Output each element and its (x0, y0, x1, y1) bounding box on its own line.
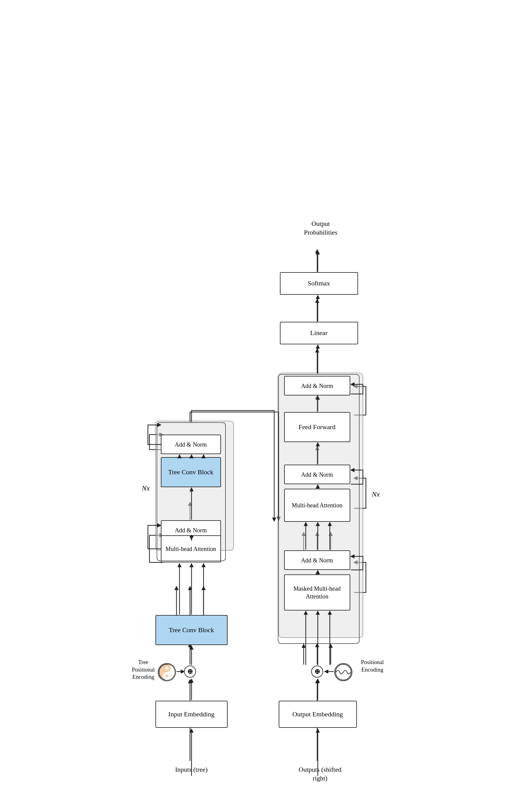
svg-marker-51 (315, 395, 319, 399)
svg-marker-38 (353, 560, 358, 565)
svg-marker-91 (272, 517, 276, 522)
svg-marker-115 (316, 442, 320, 446)
svg-marker-99 (304, 610, 308, 615)
svg-marker-118 (350, 382, 354, 386)
svg-marker-124 (316, 250, 320, 255)
multi-head-attention-left: Multi-head Attention (161, 535, 221, 563)
feed-forward-block: Feed Forward (284, 412, 350, 442)
svg-marker-47 (353, 476, 358, 480)
svg-marker-72 (190, 645, 194, 650)
plus-circle-right: ⊕ (311, 666, 323, 678)
svg-marker-44 (329, 532, 333, 536)
tree-positional-encoding-circle (158, 663, 176, 681)
add-norm-top-right: Add & Norm (284, 376, 350, 396)
svg-marker-104 (350, 554, 354, 559)
masked-mha-block: Masked Multi-head Attention (284, 574, 350, 610)
diagram-container: Inputs (tree) Input Embedding ⊕ Tree Pos… (125, 45, 384, 767)
connection-lines (125, 45, 384, 767)
inputs-tree-label: Inputs (tree) (170, 766, 212, 774)
add-norm-mid-right: Add & Norm (284, 465, 350, 484)
svg-marker-24 (277, 517, 281, 521)
svg-marker-7 (174, 586, 178, 590)
output-embedding-block: Output Embedding (279, 701, 357, 728)
svg-marker-97 (316, 610, 320, 615)
svg-marker-128 (324, 670, 328, 674)
svg-marker-40 (302, 532, 306, 536)
svg-marker-95 (316, 678, 320, 683)
nx-label-left: Nx (142, 484, 150, 492)
multi-head-attention-right: Multi-head Attention (284, 489, 350, 522)
svg-marker-122 (316, 295, 320, 299)
svg-marker-112 (316, 484, 320, 488)
svg-marker-54 (315, 348, 319, 352)
svg-marker-117 (316, 396, 320, 400)
tree-positional-encoding-label: Tree Positional Encoding (128, 658, 159, 681)
positional-encoding-label: Positional Encoding (354, 658, 391, 673)
add-norm-bottom-right: Add & Norm (284, 550, 350, 570)
svg-marker-78 (201, 563, 206, 567)
svg-marker-103 (316, 570, 320, 574)
positional-encoding-circle (334, 663, 352, 681)
svg-marker-28 (315, 679, 319, 683)
svg-marker-16 (188, 502, 192, 506)
svg-marker-9 (188, 586, 192, 590)
svg-marker-101 (328, 610, 332, 615)
svg-marker-68 (190, 729, 194, 733)
svg-marker-58 (315, 249, 319, 253)
linear-block: Linear (280, 322, 358, 344)
outputs-shifted-right-label: Outputs (shifted right) (296, 766, 344, 782)
svg-marker-11 (201, 586, 206, 590)
svg-marker-113 (350, 468, 354, 472)
svg-marker-56 (315, 299, 319, 303)
svg-marker-74 (177, 563, 181, 567)
svg-marker-93 (316, 729, 320, 733)
input-embedding-block: Input Embedding (156, 701, 228, 728)
svg-marker-70 (190, 678, 194, 683)
svg-marker-35 (329, 644, 333, 648)
svg-marker-83 (190, 487, 194, 492)
svg-marker-52 (353, 384, 358, 388)
plus-circle-left: ⊕ (184, 666, 196, 678)
svg-point-62 (165, 667, 168, 670)
nx-label-right: Nx (372, 490, 380, 498)
connection-lines-2 (125, 45, 384, 767)
svg-marker-33 (302, 644, 306, 648)
svg-marker-106 (304, 522, 308, 526)
svg-marker-3 (188, 679, 192, 683)
svg-marker-42 (315, 532, 319, 536)
svg-marker-76 (190, 563, 194, 567)
svg-marker-108 (316, 522, 320, 526)
svg-marker-120 (316, 344, 320, 348)
tree-conv-block-outer: Tree Conv Block (156, 615, 228, 645)
svg-marker-110 (328, 522, 332, 526)
tree-conv-block-inner: Tree Conv Block (161, 457, 221, 487)
svg-point-63 (165, 675, 168, 678)
add-norm-top-left: Add & Norm (161, 435, 221, 454)
svg-marker-90 (157, 423, 162, 427)
svg-marker-49 (315, 446, 319, 450)
svg-marker-30 (315, 643, 319, 647)
output-probabilities-label: Output Probabilities (297, 219, 345, 237)
softmax-block: Softmax (280, 272, 358, 295)
